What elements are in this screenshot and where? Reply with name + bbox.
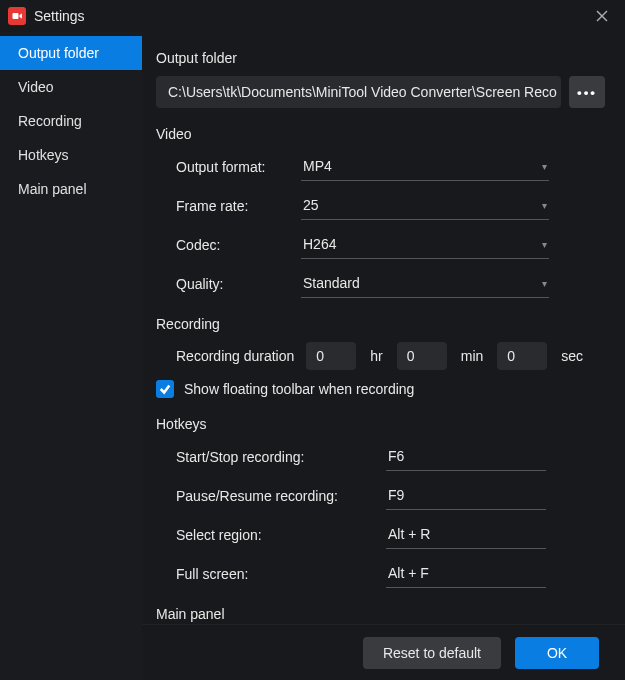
quality-select[interactable]: Standard ▾ xyxy=(301,269,549,298)
section-output-folder-heading: Output folder xyxy=(156,50,605,66)
duration-min-input[interactable] xyxy=(397,342,447,370)
show-toolbar-checkbox[interactable] xyxy=(156,380,174,398)
ellipsis-icon: ••• xyxy=(577,85,597,100)
close-icon xyxy=(596,10,608,22)
frame-rate-select[interactable]: 25 ▾ xyxy=(301,191,549,220)
window-title: Settings xyxy=(34,8,587,24)
sidebar-item-hotkeys[interactable]: Hotkeys xyxy=(0,138,142,172)
output-folder-row: C:\Users\tk\Documents\MiniTool Video Con… xyxy=(156,76,605,108)
svg-rect-0 xyxy=(13,13,19,19)
hotkey-start-stop-label: Start/Stop recording: xyxy=(176,449,386,465)
hotkey-select-region-field[interactable]: Alt + R xyxy=(386,520,546,549)
footer: Reset to default OK xyxy=(142,624,625,680)
section-main-panel-heading: Main panel xyxy=(156,606,605,622)
output-format-label: Output format: xyxy=(176,159,301,175)
hotkey-select-region-label: Select region: xyxy=(176,527,386,543)
sec-unit: sec xyxy=(561,348,583,364)
content-wrap: Output folder C:\Users\tk\Documents\Mini… xyxy=(142,32,625,680)
min-unit: min xyxy=(461,348,484,364)
section-video-heading: Video xyxy=(156,126,605,142)
close-button[interactable] xyxy=(587,1,617,31)
settings-window: Settings Output folder Video Recording H… xyxy=(0,0,625,680)
quality-label: Quality: xyxy=(176,276,301,292)
frame-rate-label: Frame rate: xyxy=(176,198,301,214)
app-icon xyxy=(8,7,26,25)
show-toolbar-label: Show floating toolbar when recording xyxy=(184,381,414,397)
output-format-select[interactable]: MP4 ▾ xyxy=(301,152,549,181)
section-hotkeys-heading: Hotkeys xyxy=(156,416,605,432)
duration-hr-input[interactable] xyxy=(306,342,356,370)
sidebar-item-output-folder[interactable]: Output folder xyxy=(0,36,142,70)
titlebar: Settings xyxy=(0,0,625,32)
hotkey-start-stop-field[interactable]: F6 xyxy=(386,442,546,471)
codec-label: Codec: xyxy=(176,237,301,253)
sidebar-item-main-panel[interactable]: Main panel xyxy=(0,172,142,206)
recording-duration-label: Recording duration xyxy=(176,348,294,364)
chevron-down-icon: ▾ xyxy=(542,278,547,289)
hr-unit: hr xyxy=(370,348,382,364)
chevron-down-icon: ▾ xyxy=(542,200,547,211)
content: Output folder C:\Users\tk\Documents\Mini… xyxy=(142,32,625,624)
sidebar-item-video[interactable]: Video xyxy=(0,70,142,104)
body: Output folder Video Recording Hotkeys Ma… xyxy=(0,32,625,680)
codec-select[interactable]: H264 ▾ xyxy=(301,230,549,259)
hotkey-full-screen-field[interactable]: Alt + F xyxy=(386,559,546,588)
reset-to-default-button[interactable]: Reset to default xyxy=(363,637,501,669)
chevron-down-icon: ▾ xyxy=(542,239,547,250)
hotkey-full-screen-label: Full screen: xyxy=(176,566,386,582)
browse-button[interactable]: ••• xyxy=(569,76,605,108)
ok-button[interactable]: OK xyxy=(515,637,599,669)
hotkey-pause-resume-field[interactable]: F9 xyxy=(386,481,546,510)
duration-sec-input[interactable] xyxy=(497,342,547,370)
section-recording-heading: Recording xyxy=(156,316,605,332)
check-icon xyxy=(159,383,171,395)
sidebar: Output folder Video Recording Hotkeys Ma… xyxy=(0,32,142,680)
output-folder-path[interactable]: C:\Users\tk\Documents\MiniTool Video Con… xyxy=(156,76,561,108)
chevron-down-icon: ▾ xyxy=(542,161,547,172)
sidebar-item-recording[interactable]: Recording xyxy=(0,104,142,138)
hotkey-pause-resume-label: Pause/Resume recording: xyxy=(176,488,386,504)
